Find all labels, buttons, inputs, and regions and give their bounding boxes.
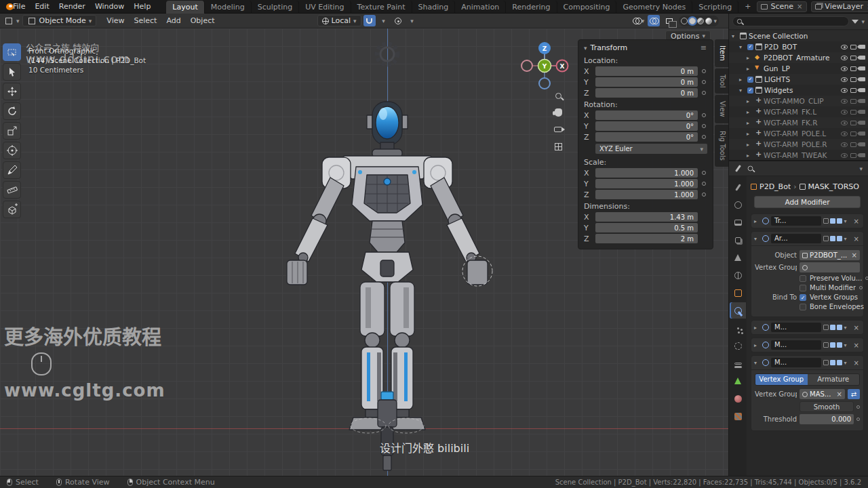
transform[interactable]: [3, 142, 21, 159]
delete-modifier-icon[interactable]: ×: [852, 324, 861, 331]
render-toggle[interactable]: [837, 218, 842, 224]
viewport-menu-item[interactable]: Select: [129, 15, 161, 26]
workspace-tab[interactable]: Sculpting: [252, 1, 299, 14]
preserve-volume-checkbox[interactable]: [800, 275, 806, 282]
rotation-field[interactable]: 0°: [595, 132, 698, 142]
expand-icon[interactable]: ▸: [754, 342, 760, 348]
disable-viewports-icon[interactable]: [850, 153, 856, 158]
workspace-tab[interactable]: Scripting: [692, 1, 738, 14]
delete-modifier-icon[interactable]: ×: [852, 218, 861, 225]
hide-viewport-eye-icon[interactable]: [841, 99, 848, 104]
hide-viewport-eye-icon[interactable]: [841, 131, 848, 136]
mode-dropdown[interactable]: Object Mode ▾: [22, 15, 97, 26]
properties-tab-tool[interactable]: [730, 179, 746, 195]
rotate[interactable]: [3, 102, 21, 120]
disclosure-icon[interactable]: [739, 87, 745, 94]
collection-checkbox[interactable]: ✓: [747, 44, 753, 50]
edit-mode-toggle[interactable]: [823, 218, 829, 224]
shading-rendered-button[interactable]: [705, 18, 712, 24]
hide-viewport-eye-icon[interactable]: [841, 121, 848, 125]
outliner-row[interactable]: ✓ WGT-ARM_FK.R: [729, 117, 868, 128]
animate-decorator-icon[interactable]: [702, 113, 706, 117]
disable-viewports-icon[interactable]: [850, 77, 856, 82]
disable-render-icon[interactable]: [859, 45, 865, 49]
modifier-extras-icon[interactable]: ▾: [844, 342, 850, 348]
disable-viewports-icon[interactable]: [850, 45, 856, 49]
modifier-name-field[interactable]: M...: [771, 323, 821, 332]
workspace-tab[interactable]: Shading: [412, 1, 456, 14]
shading-wireframe-button[interactable]: [681, 18, 688, 24]
properties-editor-icon[interactable]: [734, 165, 742, 172]
animate-decorator-icon[interactable]: [702, 182, 706, 186]
orientation-dropdown[interactable]: Local ▾: [317, 15, 361, 26]
delete-modifier-icon[interactable]: ×: [852, 342, 861, 349]
location-field[interactable]: 0 m: [595, 88, 698, 98]
delete-modifier-icon[interactable]: ×: [852, 235, 861, 243]
cursor[interactable]: [3, 63, 21, 81]
proportional-falloff-dropdown[interactable]: ▾: [406, 15, 418, 26]
panel-collapse-icon[interactable]: ▾: [584, 45, 587, 52]
disclosure-icon[interactable]: [747, 109, 753, 115]
shading-dropdown-icon[interactable]: ▾: [713, 18, 717, 24]
show-gizmo-dropdown[interactable]: ▾: [632, 15, 644, 26]
npanel-tab[interactable]: Rig Tools: [715, 125, 728, 167]
disclosure-icon[interactable]: [747, 131, 753, 137]
render-toggle[interactable]: [837, 360, 842, 365]
navigation-gizmo[interactable]: Z X Y: [519, 40, 570, 92]
outliner-row[interactable]: ✓ LIGHTS: [729, 74, 868, 85]
npanel-tab[interactable]: Item: [715, 39, 728, 67]
disable-viewports-icon[interactable]: [850, 131, 856, 136]
rotation-field[interactable]: 0°: [595, 110, 698, 120]
workspace-tab[interactable]: UV Editing: [299, 1, 351, 14]
armature-object-field[interactable]: P2DBOT_... ×: [800, 250, 860, 260]
animate-decorator-icon[interactable]: [859, 286, 863, 289]
menu-item[interactable]: Edit: [30, 1, 54, 12]
properties-tab-physics[interactable]: [730, 338, 746, 354]
outliner-search-input[interactable]: [732, 16, 849, 26]
disable-viewports-icon[interactable]: [850, 88, 856, 93]
expand-icon[interactable]: ▾: [754, 360, 760, 366]
scene-selector[interactable]: Scene ×: [757, 1, 807, 12]
animate-decorator-icon[interactable]: [702, 91, 706, 95]
animate-decorator-icon[interactable]: [856, 418, 860, 421]
rotation-mode-dropdown[interactable]: XYZ Euler▾: [595, 144, 707, 154]
outliner-row[interactable]: ✓ Widgets: [729, 85, 868, 96]
clear-object-icon[interactable]: ×: [852, 251, 857, 259]
properties-tab-texture[interactable]: [730, 408, 746, 424]
expand-icon[interactable]: ▸: [754, 325, 760, 331]
menu-item[interactable]: Render: [54, 1, 90, 12]
move[interactable]: [3, 83, 21, 100]
vertex-group-field[interactable]: [800, 262, 860, 272]
hide-viewport-eye-icon[interactable]: [841, 77, 848, 82]
unlink-scene-icon[interactable]: ×: [796, 3, 803, 10]
scale-field[interactable]: 1.000: [595, 179, 698, 188]
workspace-tab[interactable]: Modeling: [205, 1, 252, 14]
disable-render-icon[interactable]: [859, 56, 865, 60]
expand-icon[interactable]: ▾: [754, 236, 760, 242]
workspace-tab[interactable]: Compositing: [557, 1, 617, 14]
annotate[interactable]: [3, 161, 21, 179]
robot-model[interactable]: [265, 34, 509, 474]
location-field[interactable]: 0 m: [595, 66, 698, 76]
mode-vertex-group-button[interactable]: Vertex Group: [755, 374, 808, 385]
animate-decorator-icon[interactable]: [702, 192, 706, 197]
workspace-tab[interactable]: Rendering: [506, 1, 557, 14]
multi-modifier-checkbox[interactable]: [800, 285, 806, 291]
properties-tab-modifiers[interactable]: [730, 302, 746, 319]
scale[interactable]: [3, 122, 21, 140]
npanel-tab[interactable]: View: [715, 95, 728, 123]
disclosure-icon[interactable]: [747, 66, 753, 72]
animate-decorator-icon[interactable]: [702, 124, 706, 128]
filter-icon[interactable]: [852, 20, 859, 24]
scale-field[interactable]: 1.000: [595, 190, 698, 199]
viewlayer-selector[interactable]: ViewLayer ×: [811, 1, 868, 12]
properties-tab-particles[interactable]: [730, 320, 746, 336]
animate-decorator-icon[interactable]: [856, 405, 860, 409]
invert-vertex-group-button[interactable]: ⇄: [848, 389, 860, 399]
measure[interactable]: [3, 181, 21, 199]
smooth-toggle[interactable]: Smooth: [800, 401, 854, 412]
rotation-field[interactable]: 0°: [595, 121, 698, 131]
shading-material-button[interactable]: [697, 18, 704, 24]
camera-view-icon[interactable]: [551, 123, 565, 136]
add-cube[interactable]: [3, 201, 21, 218]
